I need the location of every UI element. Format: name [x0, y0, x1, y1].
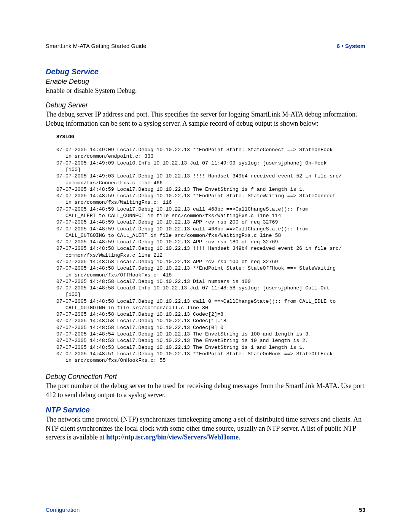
debug-server-body: The debug server IP address and port. Th… [46, 110, 365, 128]
enable-debug-title: Enable Debug [46, 78, 365, 86]
footer-right: 53 [359, 506, 365, 513]
syslog-output: 07-07-2005 14:49:09 Local7.Debug 10.10.2… [56, 147, 365, 364]
ntp-servers-link[interactable]: http://ntp.isc.org/bin/view/Servers/WebH… [106, 433, 239, 441]
page-header: SmartLink M-ATA Getting Started Guide 6 … [46, 43, 365, 49]
debug-port-body: The port number of the debug server to b… [46, 382, 365, 399]
page-container: SmartLink M-ATA Getting Started Guide 6 … [0, 0, 411, 532]
header-left: SmartLink M-ATA Getting Started Guide [46, 43, 147, 49]
ntp-service-body: The network time protocol (NTP) synchron… [46, 415, 365, 442]
footer-left: Configuration [46, 506, 80, 513]
debug-server-title: Debug Server [46, 101, 365, 109]
ntp-body-post: . [239, 433, 241, 441]
ntp-service-title: NTP Service [46, 406, 365, 414]
header-right: 6 • System [337, 43, 365, 49]
debug-port-title: Debug Connection Port [46, 373, 365, 381]
syslog-label: SYSLOG [56, 134, 365, 140]
page-footer: Configuration 53 [46, 506, 365, 513]
debug-service-title: Debug Service [46, 67, 365, 76]
enable-debug-body: Enable or disable System Debug. [46, 86, 365, 95]
